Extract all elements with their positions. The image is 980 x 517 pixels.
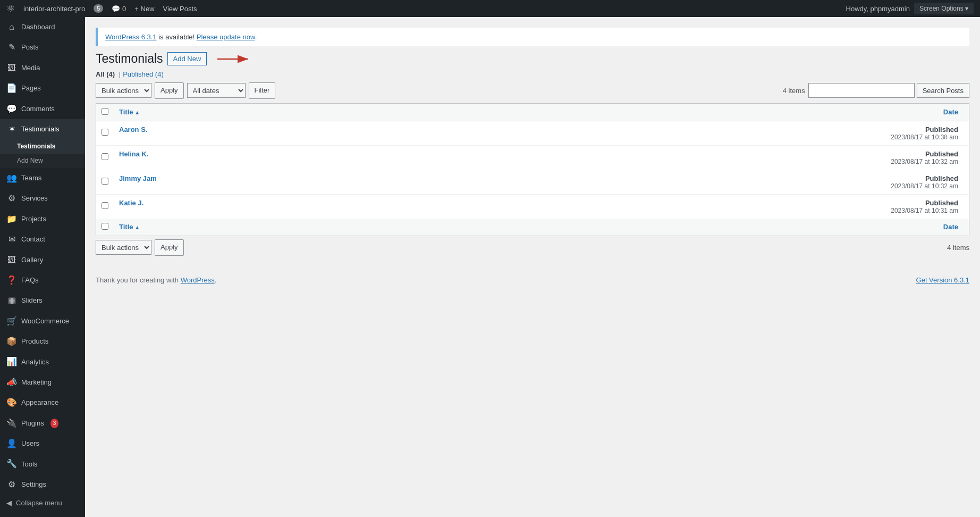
bulk-actions-top-select[interactable]: Bulk actions: [96, 83, 151, 98]
dashboard-icon: ⌂: [6, 21, 17, 33]
new-content-link[interactable]: + New: [134, 5, 154, 13]
analytics-icon: 📊: [6, 356, 17, 368]
filter-button[interactable]: Filter: [249, 82, 276, 99]
title-col-header[interactable]: Title: [114, 103, 874, 121]
plugins-icon: 🔌: [6, 418, 17, 429]
users-icon: 👤: [6, 438, 17, 449]
sidebar-item-tools[interactable]: 🔧Tools: [0, 454, 85, 474]
filter-all[interactable]: All (4): [96, 70, 123, 78]
post-title-link-1[interactable]: Aaron S.: [119, 126, 147, 134]
table-row: Katie J. Published 2023/08/17 at 10:31 a…: [96, 194, 969, 219]
row-checkbox-cell: [96, 145, 114, 170]
search-posts-button[interactable]: Search Posts: [917, 83, 969, 98]
sidebar-item-posts[interactable]: ✎Posts: [0, 37, 85, 57]
search-box: Search Posts: [808, 83, 969, 98]
faqs-icon: ❓: [6, 274, 17, 286]
add-new-button[interactable]: Add New: [167, 52, 207, 65]
row-date-cell-1: Published 2023/08/17 at 10:38 am: [874, 121, 969, 145]
search-input[interactable]: [808, 83, 915, 98]
footer-wordpress-link[interactable]: WordPress: [181, 276, 215, 284]
footer-version-link[interactable]: Get Version 6.3.1: [916, 276, 969, 284]
apply-top-button[interactable]: Apply: [155, 82, 184, 99]
tools-icon: 🔧: [6, 458, 17, 470]
notice-version-link[interactable]: WordPress 6.3.1: [105, 33, 157, 41]
arrow-annotation: [212, 53, 255, 65]
row-checkbox-4[interactable]: [102, 202, 108, 209]
row-checkbox-cell: [96, 121, 114, 145]
sidebar-item-appearance[interactable]: 🎨Appearance: [0, 393, 85, 413]
sidebar-item-products[interactable]: 📦Products: [0, 331, 85, 352]
update-count[interactable]: 5: [94, 4, 103, 13]
page-header: Testimonials Add New: [96, 52, 969, 66]
view-posts-link[interactable]: View Posts: [163, 5, 197, 13]
collapse-menu-button[interactable]: ◀ Collapse menu: [0, 495, 85, 511]
table-row: Aaron S. Published 2023/08/17 at 10:38 a…: [96, 121, 969, 145]
row-checkbox-1[interactable]: [102, 129, 108, 136]
dates-filter-select[interactable]: All dates: [187, 83, 246, 98]
services-icon: ⚙: [6, 193, 17, 204]
sidebar-item-testimonials[interactable]: ✶Testimonials Testimonials Add New: [0, 119, 85, 168]
row-checkbox-cell: [96, 194, 114, 219]
table-row: Jimmy Jam Published 2023/08/17 at 10:32 …: [96, 170, 969, 194]
footer-select-all-checkbox[interactable]: [102, 223, 108, 230]
post-title-link-2[interactable]: Helina K.: [119, 150, 149, 158]
appearance-icon: 🎨: [6, 397, 17, 408]
media-icon: 🖼: [6, 62, 17, 74]
site-name[interactable]: interior-architect-pro: [23, 5, 85, 13]
row-checkbox-cell: [96, 170, 114, 194]
row-checkbox-2[interactable]: [102, 153, 108, 160]
row-title-cell-2: Helina K.: [114, 145, 874, 170]
apply-bottom-button[interactable]: Apply: [155, 239, 184, 256]
sidebar-item-media[interactable]: 🖼Media: [0, 58, 85, 78]
sidebar-item-gallery[interactable]: 🖼Gallery: [0, 250, 85, 270]
settings-icon: ⚙: [6, 479, 17, 490]
sidebar-submenu-testimonials[interactable]: Testimonials: [0, 139, 85, 154]
sidebar-item-pages[interactable]: 📄Pages: [0, 78, 85, 98]
sidebar-submenu-add-new[interactable]: Add New: [0, 154, 85, 168]
notice-update-link[interactable]: Please update now: [197, 33, 255, 41]
sidebar-item-analytics[interactable]: 📊Analytics: [0, 352, 85, 372]
sidebar-item-dashboard[interactable]: ⌂Dashboard: [0, 17, 85, 37]
gallery-icon: 🖼: [6, 254, 17, 266]
sidebar-item-settings[interactable]: ⚙Settings: [0, 474, 85, 495]
sidebar-item-contact[interactable]: ✉Contact: [0, 229, 85, 249]
post-title-link-4[interactable]: Katie J.: [119, 199, 143, 207]
collapse-arrow-icon: ◀: [6, 499, 12, 507]
filter-published-link[interactable]: Published (4): [123, 70, 164, 78]
comment-count-icon[interactable]: 💬 0: [112, 5, 126, 13]
date-col-header[interactable]: Date: [874, 103, 969, 121]
admin-bar: ⚛ interior-architect-pro 5 💬 0 + New Vie…: [0, 0, 980, 17]
tablenav-bottom: Bulk actions Apply 4 items: [96, 239, 969, 256]
select-all-checkbox[interactable]: [102, 108, 108, 115]
footer-title-col[interactable]: Title: [114, 219, 874, 236]
sidebar-item-faqs[interactable]: ❓FAQs: [0, 270, 85, 290]
post-title-link-3[interactable]: Jimmy Jam: [119, 174, 157, 182]
filter-all-link[interactable]: All (4): [96, 70, 115, 78]
sidebar-item-marketing[interactable]: 📣Marketing: [0, 372, 85, 393]
sidebar-item-teams[interactable]: 👥Teams: [0, 168, 85, 188]
filter-published[interactable]: Published (4): [123, 70, 168, 78]
sidebar: ⌂Dashboard ✎Posts 🖼Media 📄Pages 💬Comment…: [0, 17, 85, 517]
tablenav-top: Bulk actions Apply All dates Filter 4 it…: [96, 82, 969, 99]
row-checkbox-3[interactable]: [102, 178, 108, 185]
update-notice: WordPress 6.3.1 is available! Please upd…: [96, 28, 969, 46]
filter-links: All (4) Published (4): [96, 70, 969, 78]
select-all-col: [96, 103, 114, 121]
testimonials-icon: ✶: [6, 123, 17, 135]
sidebar-item-woocommerce[interactable]: 🛒WooCommerce: [0, 311, 85, 331]
page-footer: Thank you for creating with WordPress. G…: [85, 271, 980, 289]
marketing-icon: 📣: [6, 377, 17, 388]
sidebar-item-services[interactable]: ⚙Services: [0, 188, 85, 209]
sidebar-item-comments[interactable]: 💬Comments: [0, 99, 85, 119]
bulk-actions-bottom-select[interactable]: Bulk actions: [96, 240, 151, 255]
howdy-text: Howdy, phpmyadmin: [846, 5, 910, 13]
sidebar-item-users[interactable]: 👤Users: [0, 433, 85, 454]
sidebar-item-plugins[interactable]: 🔌Plugins3: [0, 413, 85, 433]
sidebar-item-projects[interactable]: 📁Projects: [0, 209, 85, 229]
table-row: Helina K. Published 2023/08/17 at 10:32 …: [96, 145, 969, 170]
sidebar-item-sliders[interactable]: ▦Sliders: [0, 290, 85, 311]
row-date-cell-3: Published 2023/08/17 at 10:32 am: [874, 170, 969, 194]
screen-options-button[interactable]: Screen Options ▾: [914, 3, 974, 14]
projects-icon: 📁: [6, 213, 17, 225]
footer-date-col[interactable]: Date: [874, 219, 969, 236]
